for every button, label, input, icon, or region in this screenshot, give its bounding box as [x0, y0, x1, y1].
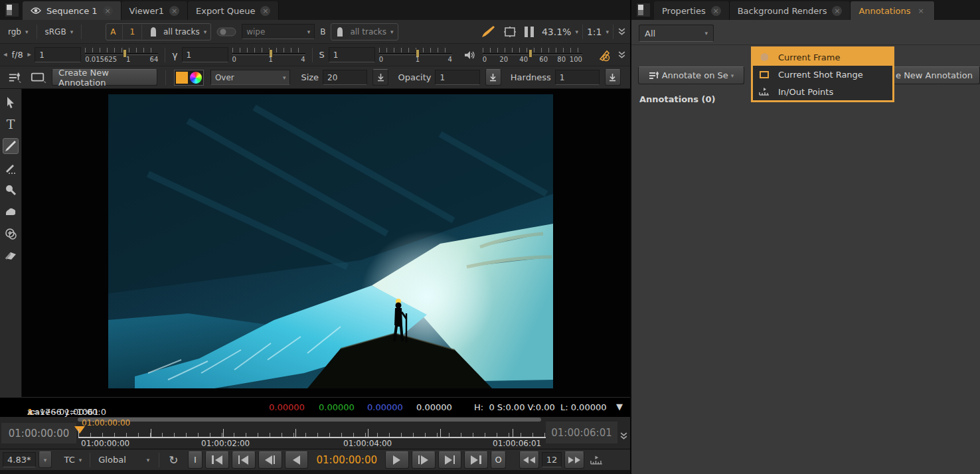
saturation-input[interactable]: 1	[329, 47, 375, 62]
playback-speed-value[interactable]: 4.83*	[3, 452, 36, 467]
brush-tool[interactable]	[3, 138, 19, 154]
fps-value[interactable]: 12	[542, 452, 562, 467]
close-icon[interactable]: ×	[832, 6, 842, 16]
loop-mode-icon[interactable]: ↻	[169, 453, 178, 467]
go-to-start-button[interactable]	[205, 451, 229, 469]
tracks-a-dropdown[interactable]: all tracks ▾	[163, 27, 206, 37]
track-lock-icon[interactable]	[149, 27, 158, 37]
proxy-ratio-dropdown[interactable]: 1:1 ▾	[587, 27, 609, 37]
expand-toolbar-icon[interactable]	[617, 27, 626, 36]
previous-edit-button[interactable]	[232, 451, 256, 469]
panel-menu-icon[interactable]	[637, 3, 650, 17]
gamma-input[interactable]: 1	[182, 47, 228, 62]
tab-label: Export Queue	[196, 6, 255, 16]
tracks-b-dropdown[interactable]: all tracks ▾	[350, 27, 393, 37]
saturation-slider[interactable]: 0 1 4	[379, 46, 452, 64]
next-edit-button[interactable]	[438, 451, 462, 469]
dropper-tool[interactable]	[3, 182, 19, 198]
annotate-mode-icon	[649, 71, 659, 80]
input-a-index[interactable]: 1	[129, 27, 135, 37]
pause-icon[interactable]	[525, 27, 534, 37]
fps-increase-button[interactable]	[564, 451, 584, 469]
tab-viewer1[interactable]: Viewer1 ×	[122, 1, 188, 20]
flipbook-icon[interactable]	[590, 455, 604, 465]
track-lock-icon[interactable]	[335, 27, 345, 37]
play-forward-button[interactable]	[385, 451, 409, 469]
wipe-dropdown[interactable]: wipe ▾	[242, 24, 315, 39]
go-to-end-button[interactable]	[464, 451, 488, 469]
tab-background-renders[interactable]: Background Renders ×	[730, 1, 851, 20]
hardness-animate-button[interactable]	[605, 69, 621, 86]
menu-item-in-out-points[interactable]: In/Out Points	[753, 83, 892, 100]
fstop-label[interactable]: f/8	[12, 50, 23, 60]
step-forward-button[interactable]	[412, 451, 436, 469]
annotate-on-dropdown-button[interactable]: Annotate on Se ▾	[638, 66, 744, 84]
input-b-label[interactable]: B	[320, 27, 325, 37]
close-icon[interactable]: ×	[711, 6, 721, 16]
viewer-canvas[interactable]	[22, 89, 630, 397]
next-fstop-icon[interactable]: ▾	[25, 53, 33, 57]
close-icon[interactable]: ×	[103, 6, 113, 16]
annotation-shape-icon[interactable]	[31, 71, 46, 84]
range-dropdown[interactable]: Global ▾	[98, 455, 149, 465]
gain-max-label: 64	[150, 56, 159, 63]
volume-slider[interactable]: 0 20 40 60 80 100	[483, 46, 582, 64]
tab-properties[interactable]: Properties ×	[654, 1, 730, 20]
size-input[interactable]: 20	[323, 70, 367, 85]
blend-mode-dropdown[interactable]: Over ▾	[210, 70, 291, 85]
play-backward-button[interactable]	[285, 451, 309, 469]
wipe-toggle-icon[interactable]	[216, 27, 236, 37]
gain-input[interactable]: 1	[35, 47, 81, 62]
annotation-filter-dropdown[interactable]: All ▾	[639, 25, 714, 42]
annotation-brush-icon[interactable]	[481, 25, 495, 39]
prev-fstop-icon[interactable]: ▾	[1, 53, 10, 57]
expand-toolbar-icon[interactable]	[617, 50, 626, 59]
size-label: Size	[301, 72, 319, 82]
annotate-mode-icon[interactable]	[8, 72, 21, 84]
colorspace-dropdown[interactable]: sRGB ▾	[41, 27, 78, 37]
step-back-button[interactable]	[258, 451, 282, 469]
transport-timecode[interactable]: 01:00:00:00	[311, 454, 382, 466]
channel-dropdown[interactable]: rgb ▾	[4, 27, 33, 37]
line-tool[interactable]	[3, 160, 19, 176]
timeline-scrollbar[interactable]	[78, 418, 541, 422]
opacity-input[interactable]: 1	[435, 70, 479, 85]
fps-decrease-button[interactable]	[519, 451, 539, 469]
smudge-tool[interactable]	[3, 204, 19, 220]
eraser-tool[interactable]	[3, 248, 19, 264]
sample-timer-icon[interactable]	[598, 48, 612, 62]
close-icon[interactable]: ×	[169, 6, 179, 16]
tab-sequence[interactable]: Sequence 1 ×	[23, 1, 122, 20]
create-new-annotation-button-partial[interactable]: e New Annotation	[892, 66, 980, 84]
menu-item-current-shot-range[interactable]: Current Shot Range	[753, 66, 892, 83]
viewport-gate-icon[interactable]	[503, 26, 517, 38]
brush-color-swatch[interactable]	[176, 72, 188, 84]
size-animate-button[interactable]	[372, 69, 388, 86]
shot-range-icon	[757, 71, 772, 78]
status-options-dropdown-icon[interactable]: ▼	[616, 402, 623, 412]
text-tool[interactable]: T	[3, 116, 19, 132]
select-tool[interactable]	[3, 94, 19, 110]
set-in-point-button[interactable]: I	[188, 451, 203, 469]
color-wheel-icon[interactable]	[190, 72, 202, 84]
input-a-label[interactable]: A	[110, 27, 116, 37]
expand-timeline-icon[interactable]	[619, 432, 628, 440]
gain-slider[interactable]: 0.015625 1 64	[85, 46, 158, 64]
playback-speed-dropdown[interactable]: ▾	[39, 451, 52, 468]
create-new-annotation-button[interactable]: Create New Annotation	[52, 69, 157, 86]
zoom-level-dropdown[interactable]: 43.1% ▾	[542, 27, 578, 37]
panel-menu-icon[interactable]	[5, 3, 19, 17]
timecode-mode-dropdown[interactable]: TC ▾	[64, 455, 82, 465]
tab-annotations[interactable]: Annotations ×	[851, 1, 934, 20]
menu-item-current-frame[interactable]: Current Frame	[753, 48, 892, 66]
opacity-animate-button[interactable]	[485, 69, 501, 86]
timeline-ruler[interactable]	[78, 429, 564, 438]
set-out-point-button[interactable]: O	[491, 451, 506, 469]
volume-icon[interactable]	[464, 50, 476, 60]
clone-tool[interactable]	[3, 226, 19, 242]
hardness-input[interactable]: 1	[555, 70, 600, 85]
tab-export-queue[interactable]: Export Queue ×	[188, 1, 279, 20]
close-icon[interactable]: ×	[260, 6, 270, 16]
gamma-slider[interactable]: 0 1 4	[232, 46, 305, 64]
close-icon[interactable]: ×	[916, 6, 926, 16]
